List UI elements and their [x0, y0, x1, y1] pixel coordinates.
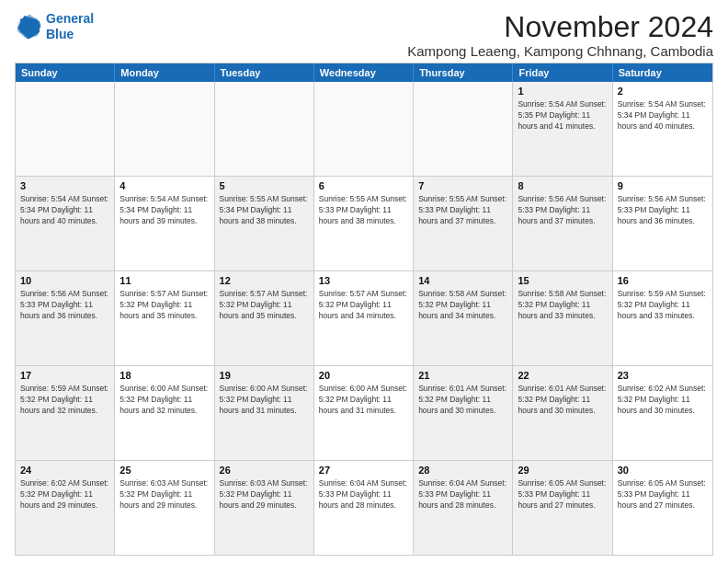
cell-info: Sunrise: 5:59 AM Sunset: 5:32 PM Dayligh…	[20, 384, 109, 417]
cell-info: Sunrise: 6:01 AM Sunset: 5:32 PM Dayligh…	[418, 384, 507, 417]
day-number: 6	[319, 179, 408, 193]
cal-cell-25: 25Sunrise: 6:03 AM Sunset: 5:32 PM Dayli…	[115, 461, 214, 555]
cell-info: Sunrise: 6:05 AM Sunset: 5:33 PM Dayligh…	[618, 478, 708, 511]
cell-info: Sunrise: 5:59 AM Sunset: 5:32 PM Dayligh…	[618, 289, 708, 322]
cal-cell-8: 8Sunrise: 5:56 AM Sunset: 5:33 PM Daylig…	[513, 177, 612, 270]
day-number: 14	[418, 274, 507, 288]
cal-cell-6: 6Sunrise: 5:55 AM Sunset: 5:33 PM Daylig…	[314, 177, 414, 270]
day-number: 22	[518, 369, 607, 383]
cal-cell-empty-1	[115, 82, 214, 176]
cell-info: Sunrise: 5:55 AM Sunset: 5:33 PM Dayligh…	[319, 194, 408, 227]
week-row-5: 24Sunrise: 6:02 AM Sunset: 5:32 PM Dayli…	[16, 460, 712, 555]
cal-cell-18: 18Sunrise: 6:00 AM Sunset: 5:32 PM Dayli…	[115, 366, 214, 460]
col-header-sunday: Sunday	[16, 63, 115, 82]
week-row-4: 17Sunrise: 5:59 AM Sunset: 5:32 PM Dayli…	[16, 365, 712, 460]
title-block: November 2024 Kampong Leaeng, Kampong Ch…	[407, 11, 713, 59]
cell-info: Sunrise: 6:01 AM Sunset: 5:32 PM Dayligh…	[518, 384, 607, 417]
logo-text: General Blue	[46, 11, 94, 42]
month-title: November 2024	[407, 11, 713, 43]
cell-info: Sunrise: 6:00 AM Sunset: 5:32 PM Dayligh…	[319, 384, 408, 417]
cell-info: Sunrise: 5:57 AM Sunset: 5:32 PM Dayligh…	[119, 289, 209, 322]
day-number: 19	[220, 369, 309, 383]
cal-cell-7: 7Sunrise: 5:55 AM Sunset: 5:33 PM Daylig…	[414, 177, 513, 270]
day-number: 4	[119, 179, 209, 193]
cell-info: Sunrise: 5:56 AM Sunset: 5:33 PM Dayligh…	[20, 289, 109, 322]
cal-cell-19: 19Sunrise: 6:00 AM Sunset: 5:32 PM Dayli…	[215, 366, 314, 460]
cal-cell-empty-0	[16, 82, 115, 176]
cell-info: Sunrise: 6:03 AM Sunset: 5:32 PM Dayligh…	[119, 478, 209, 511]
cell-info: Sunrise: 6:04 AM Sunset: 5:33 PM Dayligh…	[418, 478, 507, 511]
cal-cell-empty-3	[314, 82, 414, 176]
location-title: Kampong Leaeng, Kampong Chhnang, Cambodi…	[407, 43, 713, 59]
cell-info: Sunrise: 6:00 AM Sunset: 5:32 PM Dayligh…	[220, 384, 309, 417]
day-number: 25	[119, 464, 209, 477]
cal-cell-21: 21Sunrise: 6:01 AM Sunset: 5:32 PM Dayli…	[414, 366, 513, 460]
cell-info: Sunrise: 5:57 AM Sunset: 5:32 PM Dayligh…	[319, 289, 408, 322]
day-number: 1	[518, 85, 607, 98]
day-number: 7	[418, 179, 507, 193]
day-number: 20	[319, 369, 408, 383]
day-number: 30	[618, 464, 708, 477]
cell-info: Sunrise: 5:57 AM Sunset: 5:32 PM Dayligh…	[220, 289, 309, 322]
cell-info: Sunrise: 5:54 AM Sunset: 5:34 PM Dayligh…	[119, 194, 209, 227]
header: General Blue November 2024 Kampong Leaen…	[15, 11, 713, 59]
day-number: 13	[319, 274, 408, 288]
week-row-2: 3Sunrise: 5:54 AM Sunset: 5:34 PM Daylig…	[16, 176, 712, 270]
day-number: 29	[518, 464, 607, 477]
cal-cell-13: 13Sunrise: 5:57 AM Sunset: 5:32 PM Dayli…	[314, 271, 414, 365]
cal-cell-5: 5Sunrise: 5:55 AM Sunset: 5:34 PM Daylig…	[215, 177, 314, 270]
cal-cell-20: 20Sunrise: 6:00 AM Sunset: 5:32 PM Dayli…	[314, 366, 414, 460]
day-number: 26	[220, 464, 309, 477]
day-number: 18	[119, 369, 209, 383]
cal-cell-29: 29Sunrise: 6:05 AM Sunset: 5:33 PM Dayli…	[513, 461, 612, 555]
day-number: 11	[119, 274, 209, 288]
cal-cell-2: 2Sunrise: 5:54 AM Sunset: 5:34 PM Daylig…	[613, 82, 712, 176]
cal-cell-1: 1Sunrise: 5:54 AM Sunset: 5:35 PM Daylig…	[513, 82, 612, 176]
cal-cell-15: 15Sunrise: 5:58 AM Sunset: 5:32 PM Dayli…	[513, 271, 612, 365]
cell-info: Sunrise: 5:58 AM Sunset: 5:32 PM Dayligh…	[518, 289, 607, 322]
week-row-1: 1Sunrise: 5:54 AM Sunset: 5:35 PM Daylig…	[16, 82, 712, 176]
day-number: 21	[418, 369, 507, 383]
cal-cell-empty-4	[414, 82, 513, 176]
cal-cell-26: 26Sunrise: 6:03 AM Sunset: 5:32 PM Dayli…	[215, 461, 314, 555]
day-number: 27	[319, 464, 408, 477]
cal-cell-9: 9Sunrise: 5:56 AM Sunset: 5:33 PM Daylig…	[613, 177, 712, 270]
col-header-saturday: Saturday	[613, 63, 712, 82]
col-header-thursday: Thursday	[414, 63, 513, 82]
cell-info: Sunrise: 6:05 AM Sunset: 5:33 PM Dayligh…	[518, 478, 607, 511]
cell-info: Sunrise: 5:56 AM Sunset: 5:33 PM Dayligh…	[518, 194, 607, 227]
cal-cell-17: 17Sunrise: 5:59 AM Sunset: 5:32 PM Dayli…	[16, 366, 115, 460]
calendar: SundayMondayTuesdayWednesdayThursdayFrid…	[15, 63, 713, 556]
calendar-body: 1Sunrise: 5:54 AM Sunset: 5:35 PM Daylig…	[16, 82, 712, 555]
cell-info: Sunrise: 6:00 AM Sunset: 5:32 PM Dayligh…	[119, 384, 209, 417]
logo: General Blue	[15, 11, 94, 42]
page: General Blue November 2024 Kampong Leaen…	[0, 0, 728, 563]
day-number: 17	[20, 369, 109, 383]
cell-info: Sunrise: 5:55 AM Sunset: 5:34 PM Dayligh…	[220, 194, 309, 227]
cell-info: Sunrise: 6:02 AM Sunset: 5:32 PM Dayligh…	[618, 384, 708, 417]
cell-info: Sunrise: 6:02 AM Sunset: 5:32 PM Dayligh…	[20, 478, 109, 511]
cal-cell-23: 23Sunrise: 6:02 AM Sunset: 5:32 PM Dayli…	[613, 366, 712, 460]
day-number: 2	[618, 85, 708, 98]
day-number: 28	[418, 464, 507, 477]
day-number: 16	[618, 274, 708, 288]
day-number: 24	[20, 464, 109, 477]
day-number: 8	[518, 179, 607, 193]
week-row-3: 10Sunrise: 5:56 AM Sunset: 5:33 PM Dayli…	[16, 270, 712, 365]
calendar-header: SundayMondayTuesdayWednesdayThursdayFrid…	[16, 63, 712, 82]
cell-info: Sunrise: 6:03 AM Sunset: 5:32 PM Dayligh…	[220, 478, 309, 511]
cal-cell-24: 24Sunrise: 6:02 AM Sunset: 5:32 PM Dayli…	[16, 461, 115, 555]
cal-cell-empty-2	[215, 82, 314, 176]
cal-cell-4: 4Sunrise: 5:54 AM Sunset: 5:34 PM Daylig…	[115, 177, 214, 270]
day-number: 12	[220, 274, 309, 288]
cell-info: Sunrise: 5:58 AM Sunset: 5:32 PM Dayligh…	[418, 289, 507, 322]
col-header-wednesday: Wednesday	[314, 63, 414, 82]
cal-cell-12: 12Sunrise: 5:57 AM Sunset: 5:32 PM Dayli…	[215, 271, 314, 365]
cal-cell-28: 28Sunrise: 6:04 AM Sunset: 5:33 PM Dayli…	[414, 461, 513, 555]
cal-cell-27: 27Sunrise: 6:04 AM Sunset: 5:33 PM Dayli…	[314, 461, 414, 555]
cal-cell-30: 30Sunrise: 6:05 AM Sunset: 5:33 PM Dayli…	[613, 461, 712, 555]
day-number: 10	[20, 274, 109, 288]
col-header-monday: Monday	[115, 63, 214, 82]
day-number: 23	[618, 369, 708, 383]
cell-info: Sunrise: 5:54 AM Sunset: 5:35 PM Dayligh…	[518, 99, 607, 132]
